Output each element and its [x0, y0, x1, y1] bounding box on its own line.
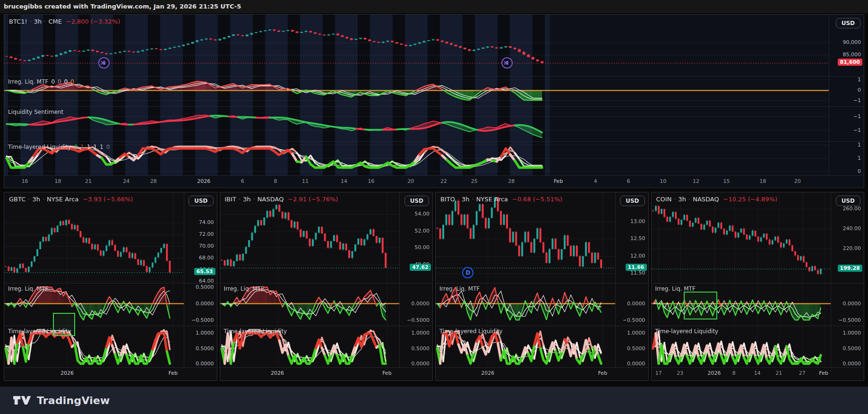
coin-time-axis[interactable]: 172320268142127Feb — [652, 367, 864, 380]
time-tick: 6 — [627, 178, 630, 184]
btc-irreg-canvas[interactable] — [4, 77, 829, 106]
btc-timelayered-axis[interactable]: 110 — [829, 142, 864, 175]
separator: · — [43, 196, 44, 203]
time-tick: 11 — [302, 178, 309, 184]
btc-price-canvas[interactable] — [4, 15, 829, 76]
change-label: −3.93 (−5.66%) — [83, 196, 133, 203]
bito-price-pane: 13.0012.5012.0011.5011.66D — [436, 192, 648, 283]
currency-button[interactable]: USD — [836, 18, 860, 28]
axis-tick: 50.00 — [415, 244, 430, 250]
exchange-label: NYSE Arca — [476, 196, 508, 203]
exchange-label: NYSE Arca — [47, 196, 78, 203]
axis-tick: 240.00 — [843, 225, 861, 232]
ibit-irreg-axis[interactable]: 0.0000−0.5000 — [399, 284, 432, 326]
ibit-time-axis[interactable]: 2026Feb — [220, 367, 433, 380]
time-tick: 20 — [407, 178, 414, 184]
bito-timelayered-axis[interactable]: 1.00000.50000.0000 — [615, 326, 648, 367]
currency-button[interactable]: USD — [620, 196, 645, 206]
pane-label: Irreg. Liq. MTF — [224, 285, 264, 292]
symbol-label: BITO — [440, 196, 455, 203]
gbtc-price-canvas[interactable] — [4, 192, 184, 283]
time-tick: 2026 — [60, 370, 74, 376]
chart-header-gbtc: GBTC·3h·NYSE Arca−3.93 (−5.66%) — [9, 196, 133, 203]
time-tick: 12 — [693, 178, 699, 184]
time-tick: 2026 — [197, 178, 210, 184]
btc-irreg-axis[interactable]: 10−1 — [829, 77, 864, 106]
chart-panel-btc: BTC1!·3h·CME−2,800 (−3.32%) USD 90,00085… — [4, 14, 864, 188]
axis-tick: 1 — [858, 77, 861, 83]
coin-timelayered-axis[interactable]: 1.00000.50000.0000 — [831, 326, 864, 367]
symbol-label: COIN — [656, 196, 672, 203]
footer-bar: TradingView — [0, 387, 868, 414]
chart-header-coin: COIN·3h·NASDAQ−10.25 (−4.89%) — [656, 196, 778, 203]
coin-price-canvas[interactable] — [652, 192, 831, 283]
currency-button[interactable]: USD — [189, 196, 213, 206]
axis-tick: −1 — [853, 113, 861, 120]
time-tick: Feb — [598, 370, 607, 376]
axis-tick: 1.0000 — [627, 330, 645, 336]
coin-irreg-axis[interactable]: 0.0000−0.5000 — [831, 284, 864, 326]
change-label: −2.91 (−5.76%) — [288, 196, 338, 203]
gbtc-irreg-axis[interactable]: 0.50000.0000−0.5000 — [184, 284, 217, 326]
time-tick: 20 — [794, 178, 801, 184]
axis-tick: 1 — [858, 155, 861, 161]
time-tick: 16 — [368, 178, 375, 184]
brand-name: TradingView — [37, 395, 110, 406]
time-tick: 21 — [775, 370, 782, 376]
time-tick: 8 — [274, 178, 277, 184]
drawing-rectangle[interactable] — [684, 292, 717, 319]
axis-tick: 54.00 — [415, 211, 430, 217]
axis-tick: 12.00 — [630, 253, 645, 259]
ibit-price-canvas[interactable] — [220, 192, 400, 283]
interval-label: 3h — [243, 196, 251, 203]
time-tick: Feb — [168, 370, 177, 376]
currency-button[interactable]: USD — [836, 196, 860, 206]
axis-tick: 0.0000 — [196, 301, 214, 307]
btc-sentiment-axis[interactable]: −1−1 — [829, 107, 864, 141]
tradingview-logo[interactable] — [13, 394, 32, 406]
btc-irreg-pane: 10−1Irreg. Liq. MTF0000 — [4, 76, 864, 106]
btc-timelayered-canvas[interactable] — [4, 142, 829, 175]
axis-tick: 72.00 — [199, 231, 214, 237]
axis-tick: 1.0000 — [412, 330, 430, 336]
indicator-value: 1 — [87, 144, 91, 150]
separator: · — [457, 196, 459, 203]
axis-tick: 70.00 — [199, 243, 214, 249]
pane-label: Irreg. Liq. MTF — [8, 285, 48, 292]
ibit-timelayered-axis[interactable]: 1.00000.50000.0000 — [399, 326, 432, 367]
change-label: −10.25 (−4.89%) — [723, 196, 778, 203]
indicator-value: 0 — [64, 78, 68, 85]
currency-button[interactable]: USD — [404, 196, 429, 206]
separator: · — [239, 196, 241, 203]
btc-sentiment-canvas[interactable] — [4, 107, 829, 141]
axis-tick: 220.00 — [843, 245, 861, 251]
pane-label: Liquidity Sentiment — [8, 109, 63, 115]
axis-tick: 0.5000 — [196, 345, 214, 352]
time-tick: 4 — [594, 178, 597, 184]
time-tick: 22 — [440, 178, 447, 184]
indicator-value: 0 — [70, 78, 74, 85]
gbtc-timelayered-axis[interactable]: 1.00000.50000.0000 — [184, 326, 217, 367]
btc-time-axis[interactable]: 161821242820266811141620222528Feb4610121… — [4, 175, 864, 188]
axis-tick: 0.5000 — [627, 345, 645, 352]
ibit-timelayered-pane: 1.00000.50000.0000Time-layered Liquidity — [220, 326, 433, 367]
chart-header-ibit: IBIT·3h·NASDAQ−2.91 (−5.76%) — [225, 196, 338, 203]
time-tick: 21 — [85, 178, 92, 184]
btc-price-pane: 90,00085,00081,600 — [4, 15, 864, 76]
axis-tick: 0.0000 — [627, 361, 645, 367]
time-tick: 23 — [677, 370, 683, 376]
separator: · — [28, 196, 30, 203]
time-tick: 16 — [22, 178, 28, 184]
axis-tick: −0.5000 — [838, 317, 861, 323]
change-label: −2,800 (−3.32%) — [66, 18, 120, 25]
chart-panel-gbtc: GBTC·3h·NYSE Arca−3.93 (−5.66%)USD74.007… — [4, 192, 217, 381]
time-tick: Feb — [382, 370, 391, 376]
gbtc-time-axis[interactable]: 2026Feb — [4, 367, 217, 380]
axis-tick: 0.0000 — [196, 361, 214, 367]
bito-irreg-axis[interactable]: 0.0000−0.5000 — [615, 284, 648, 326]
bito-time-axis[interactable]: 2026Feb — [436, 367, 648, 380]
indicator-value: 0 — [58, 78, 61, 85]
time-tick: 2026 — [708, 370, 721, 376]
axis-tick: 0.5000 — [196, 284, 214, 290]
bottom-chart-row: GBTC·3h·NYSE Arca−3.93 (−5.66%)USD74.007… — [4, 192, 864, 381]
